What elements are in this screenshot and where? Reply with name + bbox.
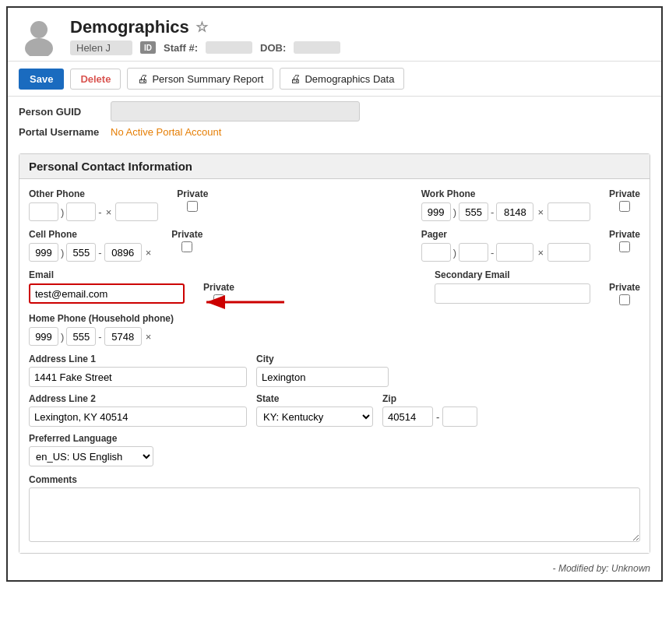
email-private-label: Private [203, 282, 234, 293]
pager-line[interactable] [496, 243, 533, 262]
secondary-email-input[interactable] [435, 283, 590, 304]
other-phone-private-checkbox[interactable] [187, 201, 198, 212]
zip-group: Zip - [382, 393, 477, 427]
toolbar: Save Delete 🖨 Person Summary Report 🖨 De… [8, 62, 661, 97]
addr2-input[interactable] [29, 406, 247, 427]
phone-row-2: Cell Phone ) - × Private Pa [29, 229, 640, 262]
modified-by: - Modified by: Unknown [8, 560, 661, 580]
zip2-input[interactable] [442, 406, 477, 427]
portal-status: No Active Portal Account [111, 126, 221, 138]
person-guid-input[interactable] [111, 101, 360, 121]
home-phone-inputs: ) - × [29, 327, 640, 346]
pager-area[interactable] [421, 243, 451, 262]
other-phone-ext[interactable] [115, 202, 158, 221]
addr1-city-row: Address Line 1 City [29, 354, 640, 387]
state-group: State KY: Kentucky [256, 393, 373, 427]
personal-contact-section: Personal Contact Information Other Phone… [19, 153, 650, 554]
other-phone-clear[interactable]: × [104, 206, 114, 218]
header: Demographics ☆ Helen J ID Staff #: DOB: [8, 8, 661, 62]
city-group: City [256, 354, 389, 387]
cell-phone-area[interactable] [29, 243, 58, 262]
home-phone-clear[interactable]: × [144, 331, 153, 343]
cell-phone-private-label: Private [171, 229, 202, 240]
person-guid-label: Person GUID [19, 106, 104, 118]
pager-clear[interactable]: × [536, 247, 545, 259]
comments-label: Comments [29, 474, 640, 485]
addr2-label: Address Line 2 [29, 393, 247, 404]
comments-group: Comments [29, 474, 640, 542]
svg-point-1 [25, 38, 53, 56]
other-phone-group: Other Phone ) - × [29, 188, 158, 221]
pager-private-label: Private [609, 229, 640, 240]
avatar [19, 16, 59, 56]
home-phone-label: Home Phone (Household phone) [29, 313, 640, 324]
cell-phone-private-checkbox[interactable] [181, 241, 192, 252]
email-private-checkbox[interactable] [213, 294, 224, 305]
demographics-data-button[interactable]: 🖨 Demographics Data [280, 68, 404, 90]
lang-select[interactable]: en_US: US English [29, 446, 153, 466]
report-button-label: Person Summary Report [152, 73, 263, 85]
favorite-icon[interactable]: ☆ [195, 19, 208, 36]
cell-phone-label: Cell Phone [29, 229, 153, 240]
work-phone-clear[interactable]: × [536, 206, 545, 218]
portal-username-row: Portal Username No Active Portal Account [19, 126, 650, 138]
work-phone-inputs: ) - × [421, 202, 590, 221]
email-label: Email [29, 269, 185, 280]
secondary-email-group: Secondary Email [435, 269, 590, 304]
secondary-email-private-checkbox[interactable] [619, 294, 630, 305]
home-phone-prefix[interactable] [66, 327, 96, 346]
other-phone-area[interactable] [29, 202, 58, 221]
home-phone-area[interactable] [29, 327, 58, 346]
email-private-group: Private [203, 282, 234, 305]
state-select[interactable]: KY: Kentucky [256, 406, 373, 427]
city-label: City [256, 354, 389, 364]
comments-textarea[interactable] [29, 487, 640, 542]
home-phone-line[interactable] [104, 327, 142, 346]
portal-username-label: Portal Username [19, 126, 104, 138]
person-summary-report-button[interactable]: 🖨 Person Summary Report [127, 68, 273, 90]
pager-private-group: Private [609, 229, 640, 252]
page-container: Demographics ☆ Helen J ID Staff #: DOB: … [6, 6, 663, 582]
person-guid-row: Person GUID [19, 101, 650, 121]
cell-phone-clear[interactable]: × [144, 247, 153, 259]
save-button[interactable]: Save [19, 69, 64, 90]
printer-icon-2: 🖨 [290, 72, 301, 85]
other-phone-prefix[interactable] [66, 202, 96, 221]
work-phone-group: Work Phone ) - × [421, 188, 590, 221]
city-input[interactable] [256, 367, 389, 387]
header-info: Demographics ☆ Helen J ID Staff #: DOB: [70, 17, 340, 55]
pager-group: Pager ) - × [421, 229, 590, 262]
work-phone-ext[interactable] [548, 202, 590, 221]
person-meta-area: Person GUID Portal Username No Active Po… [8, 97, 661, 147]
cell-phone-inputs: ) - × [29, 243, 153, 262]
lang-label: Preferred Language [29, 433, 640, 444]
email-input[interactable] [29, 283, 185, 304]
id-card-icon: ID [140, 41, 156, 54]
home-phone-group: Home Phone (Household phone) ) - × [29, 313, 640, 346]
work-phone-line[interactable] [496, 202, 533, 221]
work-phone-area[interactable] [421, 202, 451, 221]
pager-private-checkbox[interactable] [619, 241, 630, 252]
secondary-email-private-group: Private [609, 282, 640, 305]
delete-button[interactable]: Delete [70, 69, 121, 90]
printer-icon: 🖨 [137, 72, 148, 85]
work-phone-prefix[interactable] [459, 202, 488, 221]
cell-phone-prefix[interactable] [66, 243, 96, 262]
zip-input[interactable] [382, 406, 433, 427]
pager-prefix[interactable] [459, 243, 488, 262]
zip-inputs: - [382, 406, 477, 427]
pager-ext[interactable] [548, 243, 590, 262]
title-text: Demographics [70, 17, 189, 37]
page-title: Demographics ☆ [70, 17, 340, 37]
secondary-email-private-label: Private [609, 282, 640, 293]
email-group: Email [29, 269, 185, 304]
pager-inputs: ) - × [421, 243, 590, 262]
work-phone-private-checkbox[interactable] [619, 201, 630, 212]
other-phone-private-label: Private [177, 188, 208, 199]
cell-phone-line[interactable] [104, 243, 142, 262]
work-phone-private-label: Private [609, 188, 640, 199]
addr1-input[interactable] [29, 367, 247, 387]
work-phone-label: Work Phone [421, 188, 590, 199]
email-row: Email Private [29, 269, 640, 305]
pager-label: Pager [421, 229, 590, 240]
